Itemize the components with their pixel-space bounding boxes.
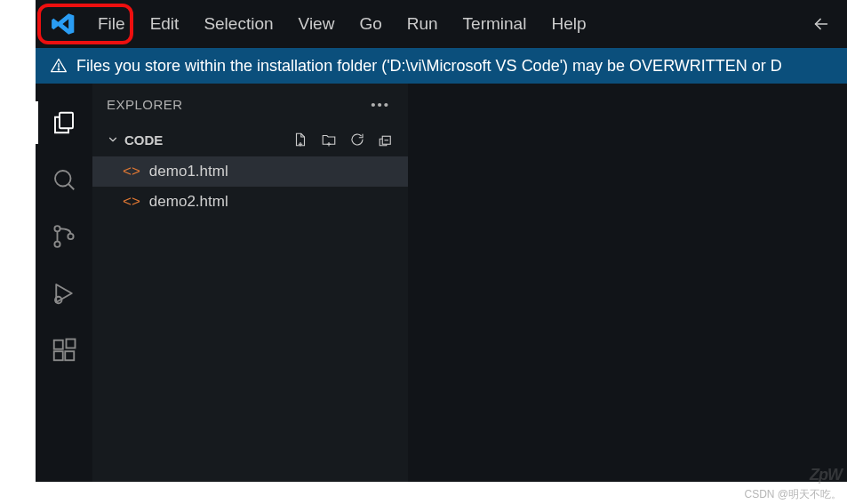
menu-go[interactable]: Go xyxy=(347,9,394,39)
file-item[interactable]: <> demo1.html xyxy=(92,156,408,187)
menu-view[interactable]: View xyxy=(286,9,348,39)
svg-point-6 xyxy=(54,242,60,247)
activity-bar xyxy=(36,84,92,482)
collapse-all-icon[interactable] xyxy=(378,132,394,148)
more-actions-icon[interactable]: ••• xyxy=(367,93,394,116)
svg-rect-11 xyxy=(65,351,74,360)
svg-rect-12 xyxy=(67,340,76,348)
app-frame: File Edit Selection View Go Run Terminal… xyxy=(36,0,847,482)
folder-section-header[interactable]: CODE xyxy=(92,124,408,155)
file-name-label: demo2.html xyxy=(149,193,228,211)
svg-rect-2 xyxy=(60,113,73,129)
svg-point-5 xyxy=(54,226,60,231)
sidebar-title: EXPLORER xyxy=(107,97,183,112)
warning-icon xyxy=(50,57,68,75)
vscode-logo-icon xyxy=(43,4,84,44)
activity-explorer[interactable] xyxy=(36,94,92,151)
editor-area xyxy=(408,84,847,482)
file-item[interactable]: <> demo2.html xyxy=(92,187,408,217)
brand-watermark: ZpW xyxy=(810,466,842,484)
svg-rect-9 xyxy=(54,340,63,349)
html-file-icon: <> xyxy=(123,163,140,180)
main-area: EXPLORER ••• CODE xyxy=(36,84,847,482)
svg-point-3 xyxy=(55,171,71,187)
menu-edit[interactable]: Edit xyxy=(138,9,192,39)
file-name-label: demo1.html xyxy=(149,163,228,180)
back-arrow-icon[interactable] xyxy=(808,11,835,37)
menu-help[interactable]: Help xyxy=(539,9,598,39)
refresh-icon[interactable] xyxy=(349,132,365,148)
sidebar: EXPLORER ••• CODE xyxy=(92,84,408,482)
svg-line-4 xyxy=(68,184,74,189)
activity-search[interactable] xyxy=(36,151,92,208)
new-file-icon[interactable] xyxy=(292,132,308,148)
sidebar-header: EXPLORER ••• xyxy=(92,84,408,124)
menu-selection[interactable]: Selection xyxy=(191,9,285,39)
menu-run[interactable]: Run xyxy=(395,9,451,39)
svg-rect-10 xyxy=(54,351,63,360)
menu-terminal[interactable]: Terminal xyxy=(451,9,539,39)
activity-extensions[interactable] xyxy=(36,322,92,379)
svg-point-7 xyxy=(68,234,73,239)
new-folder-icon[interactable] xyxy=(321,132,337,148)
svg-point-1 xyxy=(58,69,59,70)
menu-file[interactable]: File xyxy=(85,9,138,39)
file-tree: <> demo1.html <> demo2.html xyxy=(92,155,408,217)
chevron-down-icon xyxy=(107,133,119,146)
folder-section-label: CODE xyxy=(124,132,163,148)
info-banner: Files you store within the installation … xyxy=(36,48,847,84)
info-banner-text: Files you store within the installation … xyxy=(76,57,782,76)
menubar: File Edit Selection View Go Run Terminal… xyxy=(36,0,847,48)
activity-source-control[interactable] xyxy=(36,208,92,265)
html-file-icon: <> xyxy=(123,193,140,211)
watermark-text: CSDN @明天不吃。 xyxy=(744,487,842,502)
activity-run-debug[interactable] xyxy=(36,265,92,322)
